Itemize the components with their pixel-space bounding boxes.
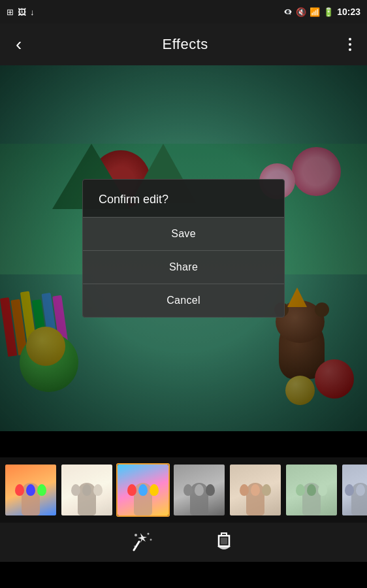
status-right-icons: 👁‍🗨 🔇 📶 🔋 10:23 [283, 7, 360, 17]
screen-title: Effects [162, 36, 208, 53]
dot-1 [349, 38, 351, 41]
dot-3 [349, 48, 351, 51]
svg-point-4 [150, 539, 152, 541]
magic-wand-button[interactable] [129, 528, 157, 557]
svg-rect-6 [221, 538, 227, 544]
eye-icon: 👁‍🗨 [283, 8, 293, 16]
download-icon: ↓ [30, 7, 35, 17]
image-icon: 🖼 [18, 7, 26, 17]
svg-point-5 [134, 546, 135, 547]
thumbnail-7[interactable] [341, 463, 367, 517]
main-image-area: Confirm edit? Save Share Cancel [0, 65, 367, 431]
dot-2 [349, 43, 351, 46]
status-time: 10:23 [337, 7, 360, 17]
svg-point-3 [148, 533, 150, 535]
dialog-overlay: Confirm edit? Save Share Cancel [0, 65, 367, 431]
thumbnail-2[interactable] [60, 463, 114, 517]
thumbnail-1[interactable] [4, 463, 57, 517]
battery-icon: 🔋 [323, 7, 334, 17]
share-button[interactable]: Share [83, 250, 284, 284]
thumbnail-6[interactable] [285, 463, 338, 517]
thumbnail-3[interactable] [116, 463, 170, 517]
thumbnails-strip [0, 457, 367, 523]
more-options-button[interactable] [343, 33, 357, 56]
paint-bucket-button[interactable] [210, 528, 238, 557]
bottom-toolbar [0, 523, 367, 562]
confirm-dialog: Confirm edit? Save Share Cancel [82, 179, 285, 318]
dialog-title: Confirm edit? [83, 180, 284, 217]
bucket-icon [214, 532, 234, 553]
top-toolbar: ‹ Effects [0, 24, 367, 65]
thumbnail-5[interactable] [229, 463, 282, 517]
mute-icon: 🔇 [296, 7, 306, 17]
wand-icon [133, 532, 153, 553]
wifi-icon: 📶 [310, 7, 320, 17]
status-left-icons: ⊞ 🖼 ↓ [7, 7, 35, 17]
back-button[interactable]: ‹ [10, 29, 27, 60]
cancel-button[interactable]: Cancel [83, 284, 284, 317]
svg-point-2 [135, 534, 137, 536]
photo-app-icon: ⊞ [7, 7, 14, 17]
status-bar: ⊞ 🖼 ↓ 👁‍🗨 🔇 📶 🔋 10:23 [0, 0, 367, 24]
save-button[interactable]: Save [83, 217, 284, 250]
bottom-separator [0, 431, 367, 457]
thumbnail-4[interactable] [172, 463, 226, 517]
